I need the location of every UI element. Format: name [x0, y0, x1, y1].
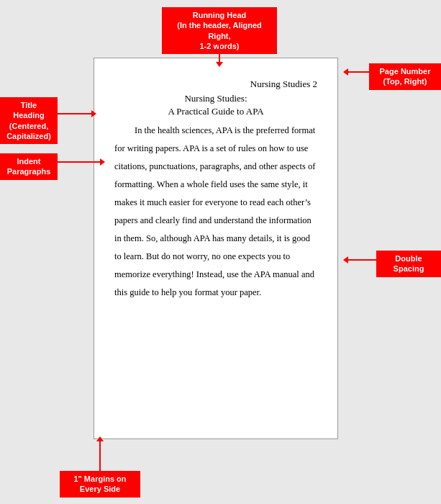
title-heading-arrow — [58, 113, 92, 114]
body-text: In the health sciences, APA is the prefe… — [114, 122, 317, 302]
indent-paragraphs-arrow — [58, 161, 101, 163]
page-number-annotation: Page Number(Top, Right) — [369, 63, 441, 90]
margins-annotation: 1" Margins onEvery Side — [60, 471, 140, 498]
page-header-text: Nursing Studies 2 — [250, 78, 317, 90]
indent-paragraphs-annotation: IndentParagraphs — [0, 153, 58, 180]
running-head-arrow-v — [219, 45, 220, 63]
double-spacing-annotation: DoubleSpacing — [376, 251, 441, 277]
document-page: Nursing Studies 2 Nursing Studies: A Pra… — [94, 58, 338, 439]
page-header: Nursing Studies 2 — [114, 78, 317, 90]
title-heading-annotation: Title Heading(Centered,Capitalized) — [0, 97, 58, 144]
page-number-arrow — [347, 71, 369, 73]
title-line2: A Practical Guide to APA — [114, 106, 317, 117]
margins-arrow-v — [99, 441, 101, 471]
double-spacing-arrow — [347, 259, 376, 261]
title-line1: Nursing Studies: — [114, 93, 317, 104]
